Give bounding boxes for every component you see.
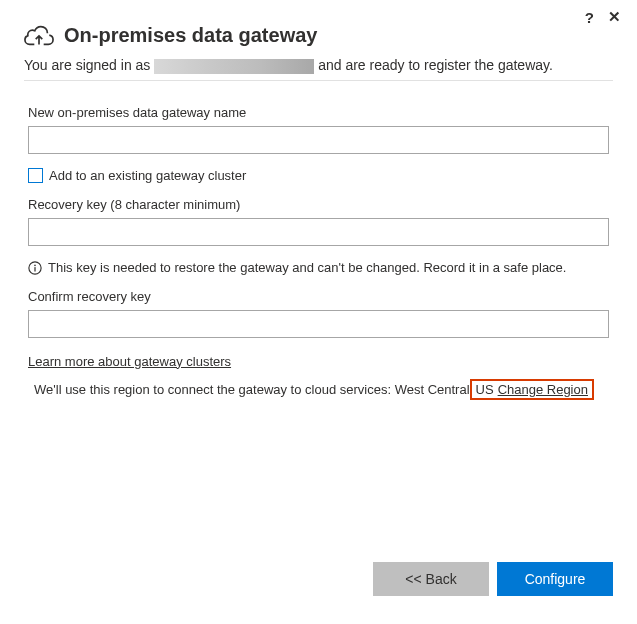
svg-rect-2	[34, 267, 35, 271]
configure-button[interactable]: Configure	[497, 562, 613, 596]
confirm-key-label: Confirm recovery key	[28, 289, 609, 304]
header: On-premises data gateway	[0, 0, 637, 48]
recovery-info-text: This key is needed to restore the gatewa…	[48, 260, 566, 275]
info-icon	[28, 261, 42, 275]
change-region-highlight: US Change Region	[470, 379, 594, 400]
add-cluster-label: Add to an existing gateway cluster	[49, 168, 246, 183]
back-button[interactable]: << Back	[373, 562, 489, 596]
confirm-key-input[interactable]	[28, 310, 609, 338]
gateway-name-input[interactable]	[28, 126, 609, 154]
gateway-name-label: New on-premises data gateway name	[28, 105, 609, 120]
region-text: We'll use this region to connect the gat…	[0, 379, 637, 400]
svg-point-1	[34, 264, 36, 266]
user-email-redacted	[154, 59, 314, 74]
page-title: On-premises data gateway	[64, 24, 317, 47]
close-icon[interactable]: ✕	[608, 8, 621, 26]
learn-more-link[interactable]: Learn more about gateway clusters	[28, 354, 231, 369]
add-cluster-checkbox[interactable]	[28, 168, 43, 183]
help-icon[interactable]: ?	[585, 9, 594, 26]
recovery-key-input[interactable]	[28, 218, 609, 246]
change-region-link[interactable]: Change Region	[498, 382, 588, 397]
signed-in-text: You are signed in as and are ready to re…	[0, 48, 637, 80]
recovery-key-label: Recovery key (8 character minimum)	[28, 197, 609, 212]
cloud-upload-icon	[24, 22, 54, 48]
